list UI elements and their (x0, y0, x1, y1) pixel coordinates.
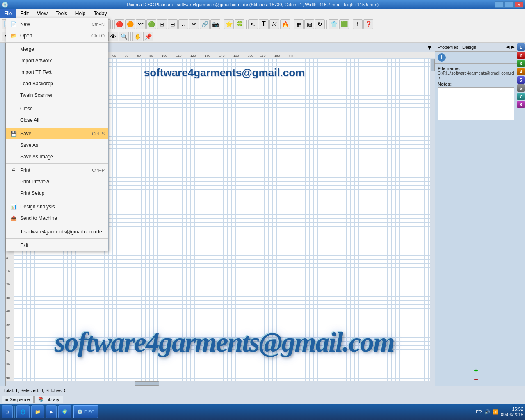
file-name-row: File name: C:\Ri...\software4garments@gm… (438, 66, 514, 80)
menu-item-print[interactable]: 🖨 Print Ctrl+P (6, 164, 108, 176)
menu-label-print: Print (20, 167, 89, 173)
import-tt-icon (9, 68, 18, 76)
leaf-btn[interactable]: 🍀 (235, 19, 244, 29)
satin-btn[interactable]: 〰 (136, 19, 146, 29)
panel-color-controls: + − (435, 363, 517, 386)
menu-file[interactable]: File (0, 9, 16, 18)
num-btn-4[interactable]: 4 (517, 68, 525, 75)
shirt-btn[interactable]: 👕 (329, 19, 338, 29)
sep5 (246, 20, 247, 29)
help-btn[interactable]: ❓ (363, 19, 373, 29)
photo-btn[interactable]: 📷 (210, 19, 220, 29)
num-btn-5[interactable]: 5 (517, 76, 525, 84)
menu-item-recent[interactable]: 1 software4garments@gmail com.rde (6, 226, 108, 237)
color1-btn[interactable]: 🔴 (114, 19, 124, 29)
menu-item-exit[interactable]: Exit (6, 240, 108, 251)
start-button[interactable]: ⊞ (2, 405, 13, 418)
num-btn-7[interactable]: 7 (517, 93, 525, 100)
backdrop-icon (9, 80, 18, 88)
scissors-btn[interactable]: ✂ (189, 19, 199, 29)
num-btn-2[interactable]: 2 (517, 52, 525, 59)
num-btn-1[interactable]: 1 (517, 43, 525, 51)
menu-item-merge[interactable]: Merge (6, 43, 108, 55)
grid-btn[interactable]: ⊟ (168, 19, 178, 29)
maximize-button[interactable]: □ (504, 1, 514, 8)
menu-tools[interactable]: Tools (52, 9, 71, 18)
menu-label-close: Close (20, 106, 105, 112)
star-btn[interactable]: ⭐ (224, 19, 234, 29)
sequence-tab[interactable]: ≡ Sequence (2, 396, 34, 403)
vertical-scrollbar[interactable] (430, 58, 435, 376)
num-btn-3[interactable]: 3 (517, 60, 525, 67)
menu-sep-2 (6, 102, 108, 102)
menu-label-scanner: Twain Scanner (20, 92, 105, 98)
statusbar: Total: 1, Selected: 0, Stitches: 0 (0, 386, 525, 395)
sep9 (130, 32, 131, 41)
save-as-icon (9, 141, 18, 149)
info-btn[interactable]: ℹ (353, 19, 363, 29)
menu-item-print-setup[interactable]: Print Setup (6, 187, 108, 199)
points-btn[interactable]: ∷ (178, 19, 188, 29)
menu-item-save[interactable]: 💾 Save Ctrl+S (6, 128, 108, 139)
pattern-btn[interactable]: ▧ (304, 19, 314, 29)
color2-btn[interactable]: 🟠 (125, 19, 135, 29)
menu-item-close[interactable]: Close (6, 103, 108, 114)
hoop-btn[interactable]: 🟩 (339, 19, 349, 29)
fill-btn[interactable]: 🟢 (146, 19, 156, 29)
menu-item-load-backdrop[interactable]: Load Backdrop (6, 78, 108, 89)
taskbar-folder[interactable]: 📁 (31, 405, 44, 418)
panel-nav-left[interactable]: ◀ (506, 44, 509, 50)
file-name-value: C:\Ri...\software4garments@gmail com.rde (438, 71, 514, 80)
vscroll-thumb[interactable] (431, 59, 435, 71)
close-button[interactable]: ✕ (514, 1, 523, 8)
menu-item-import-artwork[interactable]: Import Artwork (6, 55, 108, 66)
sep6 (292, 20, 292, 29)
menu-item-import-tt-text[interactable]: Import TT Text (6, 66, 108, 78)
taskbar-ie[interactable]: 🌐 (16, 405, 30, 418)
menu-item-save-as-image[interactable]: Save As Image (6, 151, 108, 162)
menu-help[interactable]: Help (71, 9, 90, 18)
magnify-btn[interactable]: 🔍 (119, 32, 129, 41)
eye-btn[interactable]: 👁 (108, 32, 118, 41)
flame-btn[interactable]: 🔥 (280, 19, 290, 29)
crosshatch-btn[interactable]: ⊞ (157, 19, 167, 29)
add-color-button[interactable]: + (437, 367, 515, 375)
menu-today[interactable]: Today (90, 9, 111, 18)
horizontal-scrollbar[interactable] (6, 381, 435, 386)
menu-item-open[interactable]: 📂 Open Ctrl+O (6, 30, 108, 41)
taskbar: ⊞ 🌐 📁 ▶ 🌍 💿 DISC FR 🔊 📶 15:52 09/06/2015 (0, 404, 525, 420)
info-tab-button[interactable]: i (438, 53, 446, 62)
pin-btn[interactable]: 📌 (143, 32, 153, 41)
menu-item-save-as[interactable]: Save As (6, 139, 108, 151)
menu-view[interactable]: View (33, 9, 52, 18)
menu-item-design-analysis[interactable]: 📊 Design Analysis (6, 201, 108, 212)
panel-nav-right[interactable]: ▶ (511, 44, 514, 50)
taskbar-browser2[interactable]: 🌍 (58, 405, 71, 418)
properties-panel: Properties - Design ◀ ▶ i File name: C:\… (435, 43, 525, 386)
taskbar-sep (14, 406, 15, 418)
num-btn-6[interactable]: 6 (517, 84, 525, 92)
menu-item-scanner[interactable]: Twain Scanner (6, 89, 108, 101)
hscroll-thumb[interactable] (135, 381, 159, 386)
library-tab[interactable]: 📚 Library (34, 396, 63, 403)
taskbar-media[interactable]: ▶ (46, 405, 57, 418)
tab-scroll-btn[interactable]: ▼ (424, 43, 435, 52)
text-btn[interactable]: T (259, 19, 269, 29)
num-btn-8[interactable]: 8 (517, 101, 525, 108)
menu-item-send-machine[interactable]: 📤 Send to Machine (6, 212, 108, 224)
menu-item-new[interactable]: 📄 New Ctrl+N (6, 18, 108, 30)
remove-color-button[interactable]: − (437, 375, 515, 384)
menu-edit[interactable]: Edit (16, 9, 33, 18)
menu-shortcut-save: Ctrl+S (92, 131, 105, 136)
monogram-btn[interactable]: M (269, 19, 279, 29)
menu-item-close-all[interactable]: Close All (6, 114, 108, 126)
minimize-button[interactable]: ─ (495, 1, 504, 8)
notes-textarea[interactable] (438, 87, 514, 120)
move-btn[interactable]: ✋ (132, 32, 142, 41)
grid2-btn[interactable]: ▦ (294, 19, 304, 29)
menu-item-print-preview[interactable]: Print Preview (6, 176, 108, 187)
rotate-btn[interactable]: ↻ (315, 19, 325, 29)
cursor-btn[interactable]: ↖ (248, 19, 258, 29)
taskbar-disc[interactable]: 💿 DISC (73, 405, 98, 418)
link-btn[interactable]: 🔗 (200, 19, 210, 29)
